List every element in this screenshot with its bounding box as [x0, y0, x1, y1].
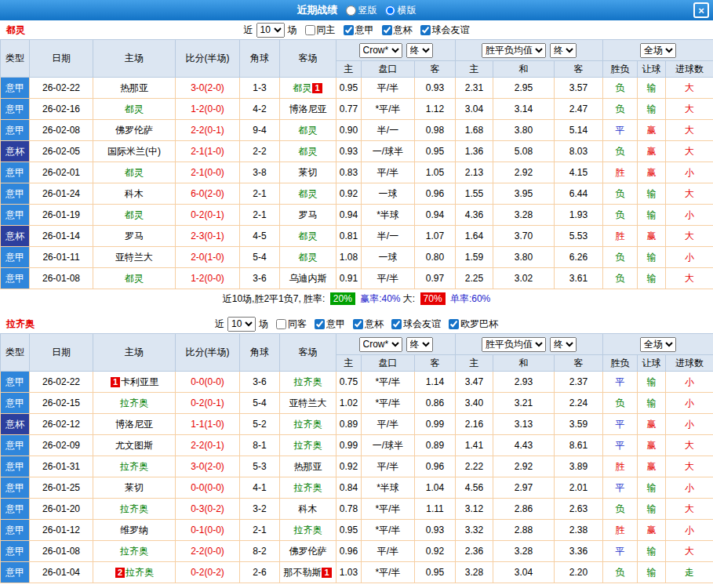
- sections-container: 都灵近10场同主意甲意杯球会友谊类型日期主场比分(半场)角球客场Crow*终胜平…: [0, 20, 713, 583]
- filter-checkbox-input[interactable]: [315, 319, 325, 329]
- filter-checkbox-3[interactable]: 球会友谊: [420, 24, 470, 37]
- home-team-name: 热那亚: [120, 82, 148, 93]
- filter-checkbox-label: 球会友谊: [403, 318, 441, 331]
- away-team-cell: 罗马: [280, 205, 336, 226]
- euro-company-select[interactable]: 胜平负均值: [482, 43, 546, 58]
- euro-away-odds: 2.47: [555, 99, 603, 120]
- close-icon[interactable]: ×: [693, 2, 709, 18]
- filter-checkbox-3[interactable]: 球会友谊: [391, 318, 441, 331]
- date-cell: 26-01-25: [30, 477, 93, 499]
- filter-checkbox-4[interactable]: 欧罗巴杯: [449, 318, 498, 331]
- handicap-result: 赢: [638, 456, 666, 477]
- euro-away-odds: 8.03: [555, 141, 603, 162]
- euro-home-odds: 1.64: [456, 226, 493, 247]
- asian-handicap: 半/一: [362, 120, 415, 141]
- summary-segment: 赢率:40%: [358, 293, 403, 304]
- home-team-cell: 国际米兰(中): [93, 141, 176, 162]
- away-team-name: 佛罗伦萨: [289, 546, 327, 557]
- score-cell: 2-2(0-0): [176, 541, 240, 562]
- home-team-cell: 佛罗伦萨: [93, 120, 176, 141]
- away-team-name: 热那亚: [294, 461, 322, 472]
- euro-company-select[interactable]: 胜平负均值: [482, 337, 546, 352]
- league-cell: 意甲: [1, 183, 30, 205]
- away-team-cell: 拉齐奥: [280, 414, 336, 435]
- odds-company-select[interactable]: Crow*: [359, 43, 402, 58]
- goals-result: 走: [666, 562, 713, 583]
- filter-checkbox-input[interactable]: [420, 25, 431, 35]
- team-section: 拉齐奥近10场同客意甲意杯球会友谊欧罗巴杯类型日期主场比分(半场)角球客场Cro…: [0, 314, 713, 583]
- odds-time-select[interactable]: 终: [406, 43, 433, 58]
- filter-checkbox-input[interactable]: [449, 319, 459, 329]
- score-cell: 2-1(1-0): [176, 141, 240, 162]
- match-row: 意杯26-02-12博洛尼亚1-1(1-0)5-2拉齐奥0.89平/半0.992…: [1, 414, 713, 435]
- euro-away-odds: 2.37: [555, 372, 603, 393]
- asian-home-odds: 0.78: [336, 499, 362, 520]
- away-team-cell: 那不勒斯1: [280, 562, 336, 583]
- filter-checkbox-0[interactable]: 同主: [305, 24, 336, 37]
- odds-time-select[interactable]: 终: [406, 337, 433, 352]
- asian-away-odds: 0.96: [415, 456, 456, 477]
- league-cell: 意甲: [1, 247, 30, 268]
- layout-radio-vertical[interactable]: 竖版: [346, 4, 377, 17]
- filter-checkbox-1[interactable]: 意甲: [315, 318, 345, 331]
- asian-home-odds: 0.90: [336, 120, 362, 141]
- away-team-name: 都灵: [299, 125, 318, 136]
- euro-time-select[interactable]: 终: [550, 43, 577, 58]
- asian-home-odds: 0.95: [336, 520, 362, 541]
- euro-draw-odds: 3.28: [493, 205, 555, 226]
- scope-select[interactable]: 全场: [640, 43, 676, 58]
- match-result: 平: [603, 435, 638, 456]
- filter-checkbox-2[interactable]: 意杯: [382, 24, 413, 37]
- date-cell: 26-02-05: [30, 141, 93, 162]
- goals-result: 小: [666, 247, 713, 268]
- radio-vertical-input[interactable]: [346, 5, 356, 16]
- euro-time-select[interactable]: 终: [550, 337, 577, 352]
- filter-checkbox-input[interactable]: [391, 319, 402, 329]
- match-count-select[interactable]: 10: [227, 317, 256, 332]
- handicap-result: 输: [638, 499, 666, 520]
- filter-checkbox-label: 意甲: [326, 318, 345, 331]
- filter-checkbox-2[interactable]: 意杯: [353, 318, 384, 331]
- asian-home-odds: 0.99: [336, 435, 362, 456]
- column-header: 日期: [30, 40, 93, 78]
- scope-select[interactable]: 全场: [640, 337, 676, 352]
- sub-column-header: 盘口: [362, 61, 415, 78]
- score-cell: 0-0(0-0): [176, 477, 240, 499]
- home-team-cell: 亚特兰大: [93, 247, 176, 268]
- asian-handicap: 一/球半: [362, 435, 415, 456]
- filter-checkbox-input[interactable]: [344, 25, 354, 35]
- scope-group-header: 全场: [603, 40, 713, 61]
- league-cell: 意甲: [1, 99, 30, 120]
- corner-cell: 4-2: [240, 99, 280, 120]
- league-cell: 意甲: [1, 205, 30, 226]
- filter-checkbox-1[interactable]: 意甲: [344, 24, 374, 37]
- match-row: 意甲26-01-12维罗纳0-1(0-0)2-1拉齐奥0.95*平/半0.933…: [1, 520, 713, 541]
- odds-company-select[interactable]: Crow*: [359, 337, 402, 352]
- radio-horizontal-input[interactable]: [385, 5, 395, 16]
- asian-away-odds: 0.97: [415, 268, 456, 289]
- score-cell: 3-0(2-0): [176, 456, 240, 477]
- sub-column-header: 客: [555, 61, 603, 78]
- asian-away-odds: 1.05: [415, 162, 456, 183]
- asian-handicap: *平/半: [362, 99, 415, 120]
- filter-checkbox-input[interactable]: [305, 25, 315, 35]
- column-header: 角球: [240, 334, 280, 372]
- date-cell: 26-01-14: [30, 226, 93, 247]
- handicap-result: 输: [638, 268, 666, 289]
- corner-cell: 8-1: [240, 435, 280, 456]
- filter-checkbox-input[interactable]: [276, 319, 286, 329]
- column-header: 日期: [30, 334, 93, 372]
- euro-draw-odds: 3.13: [493, 414, 555, 435]
- euro-home-odds: 2.22: [456, 456, 493, 477]
- away-team-cell: 拉齐奥: [280, 435, 336, 456]
- red-card-badge: 1: [312, 83, 322, 93]
- sub-column-header: 盘口: [362, 355, 415, 372]
- filter-checkbox-0[interactable]: 同客: [276, 318, 307, 331]
- filter-checkbox-input[interactable]: [382, 25, 392, 35]
- euro-draw-odds: 3.28: [493, 541, 555, 562]
- score-cell: 1-2(0-0): [176, 268, 240, 289]
- euro-home-odds: 3.47: [456, 372, 493, 393]
- filter-checkbox-input[interactable]: [353, 319, 363, 329]
- layout-radio-horizontal[interactable]: 横版: [385, 4, 417, 17]
- match-count-select[interactable]: 10: [256, 23, 285, 38]
